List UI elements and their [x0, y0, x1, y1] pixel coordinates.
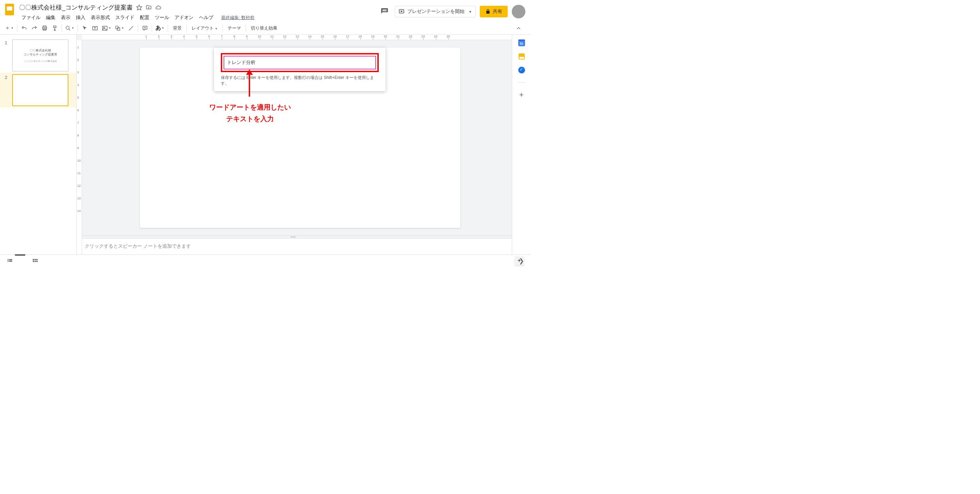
- comments-button[interactable]: [379, 5, 391, 18]
- image-tool[interactable]: ▼: [100, 24, 113, 33]
- input-method-button[interactable]: あ▼: [154, 24, 166, 33]
- svg-rect-20: [9, 259, 12, 260]
- textbox-tool[interactable]: [90, 24, 100, 33]
- menu-file[interactable]: ファイル: [19, 13, 43, 22]
- move-folder-icon[interactable]: [146, 5, 152, 11]
- hide-side-panel-button[interactable]: ❯: [519, 257, 524, 265]
- cloud-status-icon[interactable]: [155, 5, 161, 11]
- new-slide-button[interactable]: ＋▼: [3, 24, 15, 33]
- svg-rect-25: [33, 261, 34, 262]
- svg-line-15: [129, 26, 133, 30]
- slide-number: 1: [5, 40, 9, 45]
- grid-view-button[interactable]: [32, 258, 38, 264]
- svg-rect-19: [8, 261, 8, 262]
- shape-tool[interactable]: ▼: [113, 24, 126, 33]
- notes-resize-handle[interactable]: [76, 235, 512, 238]
- layout-button[interactable]: レイアウト▼: [189, 25, 221, 31]
- present-label: プレゼンテーションを開始: [407, 8, 465, 14]
- transition-button[interactable]: 切り替え効果: [248, 25, 280, 31]
- wordart-text-input[interactable]: [224, 56, 376, 70]
- slides-logo-icon: [5, 4, 14, 15]
- present-button[interactable]: プレゼンテーションを開始 ▼: [395, 6, 476, 17]
- svg-rect-21: [9, 261, 12, 262]
- play-icon: [398, 8, 404, 14]
- side-panel: 31 +: [512, 35, 531, 254]
- print-button[interactable]: [40, 24, 49, 33]
- chevron-down-icon: ▼: [469, 10, 472, 14]
- paint-format-button[interactable]: [50, 24, 60, 33]
- menu-arrange[interactable]: 配置: [137, 13, 152, 22]
- calendar-icon[interactable]: 31: [518, 40, 525, 46]
- line-tool[interactable]: [126, 24, 136, 33]
- redo-button[interactable]: [30, 24, 39, 33]
- horizontal-ruler: 1234567891011121314151617181920212223242…: [82, 35, 512, 40]
- annotation-highlight-box: [221, 53, 379, 72]
- share-button[interactable]: 共有: [480, 6, 508, 17]
- zoom-button[interactable]: ▼: [64, 24, 76, 33]
- svg-rect-27: [37, 261, 38, 262]
- background-button[interactable]: 背景: [170, 25, 185, 31]
- tasks-icon[interactable]: [518, 67, 525, 73]
- svg-point-6: [66, 26, 69, 29]
- svg-rect-23: [35, 259, 36, 260]
- speaker-notes[interactable]: クリックするとスピーカー ノートを追加できます: [76, 238, 512, 254]
- share-label: 共有: [493, 8, 502, 14]
- dialog-hint-text: 保存するには Enter キーを使用します。複数行の場合は Shift+Ente…: [221, 75, 379, 86]
- slide-thumb-2[interactable]: 2: [0, 73, 76, 108]
- last-edit-link[interactable]: 最終編集: 数秒前: [221, 14, 255, 21]
- annotation-text: ワードアートを適用したい テキストを入力: [199, 102, 301, 124]
- svg-rect-24: [37, 259, 38, 260]
- menu-tools[interactable]: ツール: [153, 13, 172, 22]
- menu-help[interactable]: ヘルプ: [197, 13, 216, 22]
- slide-filmstrip[interactable]: 1 〇〇株式会社様 コンサルティング提案書 △△コンサルティング株式会社 2: [0, 35, 76, 254]
- menu-edit[interactable]: 編集: [43, 13, 58, 22]
- svg-marker-0: [137, 5, 142, 10]
- slide-thumbnail[interactable]: [12, 74, 68, 106]
- slide-thumbnail[interactable]: 〇〇株式会社様 コンサルティング提案書 △△コンサルティング株式会社: [12, 40, 68, 71]
- menu-addons[interactable]: アドオン: [172, 13, 196, 22]
- menu-view[interactable]: 表示: [59, 13, 73, 22]
- svg-line-7: [69, 29, 70, 30]
- slide-number: 2: [5, 74, 9, 80]
- wordart-dialog: 保存するには Enter キーを使用します。複数行の場合は Shift+Ente…: [214, 48, 385, 91]
- svg-marker-2: [401, 11, 402, 12]
- annotation-arrow: [249, 70, 250, 97]
- keep-icon[interactable]: [518, 53, 525, 60]
- document-title[interactable]: 〇〇株式会社様_コンサルティング提案書: [19, 3, 133, 11]
- menu-insert[interactable]: 挿入: [73, 13, 88, 22]
- menu-slide[interactable]: スライド: [113, 13, 137, 22]
- addons-plus-icon[interactable]: +: [518, 92, 525, 98]
- comment-tool[interactable]: [140, 24, 150, 33]
- lock-icon: [485, 9, 491, 14]
- svg-rect-22: [33, 259, 34, 260]
- menu-format[interactable]: 表示形式: [89, 13, 112, 22]
- svg-rect-26: [35, 261, 36, 262]
- star-icon[interactable]: [136, 5, 142, 11]
- collapse-toolbar-button[interactable]: [514, 24, 523, 33]
- slide-thumb-1[interactable]: 1 〇〇株式会社様 コンサルティング提案書 △△コンサルティング株式会社: [0, 38, 76, 73]
- slides-logo[interactable]: [3, 3, 16, 16]
- svg-rect-18: [8, 259, 8, 260]
- account-avatar[interactable]: [512, 5, 525, 18]
- theme-button[interactable]: テーマ: [225, 25, 243, 31]
- select-tool[interactable]: [80, 24, 89, 33]
- filmstrip-view-button[interactable]: [7, 258, 13, 264]
- undo-button[interactable]: [19, 24, 29, 33]
